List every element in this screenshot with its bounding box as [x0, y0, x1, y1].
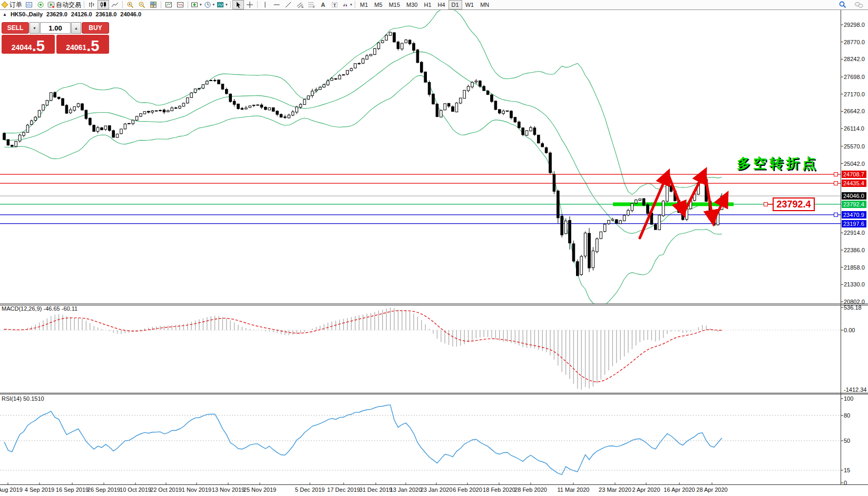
toolbar-separator	[122, 1, 123, 8]
bollinger-bands	[4, 8, 722, 306]
template-icon	[217, 1, 224, 8]
template-dropdown[interactable]: ▾	[226, 3, 228, 7]
macd-label: MACD(12,26,9) -46.65 -60.11	[2, 305, 77, 312]
autotrading-icon	[47, 1, 55, 8]
bollinger-lower-band	[4, 75, 722, 306]
zoom-in-button[interactable]	[124, 0, 136, 9]
timeframe-button-M5[interactable]: M5	[371, 0, 385, 9]
macd-histogram	[4, 307, 722, 390]
cursor-tool-button[interactable]	[232, 0, 244, 9]
svg-text:A: A	[321, 2, 325, 8]
timeframe-button-D1[interactable]: D1	[448, 0, 462, 9]
timeframe-button-M1[interactable]: M1	[357, 0, 371, 9]
pane-borders	[0, 10, 868, 485]
horizontal-line-tool[interactable]	[271, 0, 282, 9]
line-chart-button[interactable]	[109, 0, 121, 9]
sell-price-main: 24044	[12, 44, 32, 54]
search-icon[interactable]	[839, 1, 847, 9]
volume-decrease-button[interactable]: ▼	[30, 22, 40, 34]
text-label-tool[interactable]: T	[329, 0, 340, 9]
turning-point-annotation[interactable]: 多空转折点	[737, 154, 818, 173]
timeframe-button-H4[interactable]: H4	[435, 0, 448, 9]
timeframe-button-H1[interactable]: H1	[421, 0, 434, 9]
autotrading-button[interactable]: 自动交易	[46, 0, 82, 9]
trendline-tool[interactable]	[282, 0, 294, 9]
buy-price-main: 24061	[66, 44, 86, 54]
objects-window-icon	[177, 1, 184, 8]
vertical-line-tool[interactable]	[259, 0, 271, 9]
fibonacci-icon: F	[308, 1, 315, 8]
indicator-window-icon	[165, 1, 172, 8]
candlestick-chart-icon	[100, 1, 107, 8]
charts-window-button[interactable]	[23, 0, 35, 9]
new-order-button[interactable]: 订单	[0, 0, 23, 9]
buy-button[interactable]: BUY	[82, 22, 109, 34]
chat-icon[interactable]	[854, 1, 864, 9]
buy-price-button[interactable]: 24061 .5	[56, 35, 110, 54]
line-chart-icon	[111, 1, 119, 8]
rsi-label: RSI(14) 50.1510	[2, 395, 44, 402]
period-dropdown[interactable]: ▾	[213, 3, 215, 7]
zoom-out-button[interactable]	[136, 0, 148, 9]
svg-text:T: T	[333, 3, 336, 8]
text-tool[interactable]: A	[317, 0, 329, 9]
text-label-icon: T	[331, 1, 338, 8]
bar-chart-button[interactable]	[86, 0, 97, 9]
svg-text:F: F	[313, 5, 315, 8]
new-order-icon	[1, 1, 8, 8]
add-indicator-dropdown[interactable]: ▾	[200, 3, 202, 7]
sell-price-pips: .5	[32, 39, 45, 54]
tile-windows-icon	[150, 1, 157, 8]
timeframe-button-MN[interactable]: MN	[477, 0, 492, 9]
crosshair-icon	[246, 1, 253, 8]
add-indicator-icon	[191, 1, 198, 8]
toolbar: 订单 自动交易	[0, 0, 868, 10]
zoom-in-icon	[126, 1, 134, 8]
signal-icon	[37, 1, 44, 8]
add-indicator-button[interactable]: ▾	[190, 0, 203, 9]
buy-price-pips: .5	[86, 39, 99, 54]
toolbar-separator	[355, 1, 355, 8]
one-click-trading-panel: SELL ▼ 1.00 ▲ BUY 24044 .5 24061 .5	[1, 21, 110, 55]
timeframe-group: M1M5M15M30H1H4D1W1MN	[357, 0, 492, 9]
fibonacci-tool[interactable]: F	[306, 0, 317, 9]
timeframe-button-W1[interactable]: W1	[462, 0, 477, 9]
ohlc-low: 23618.0	[96, 11, 117, 17]
horizontal-line-icon	[273, 1, 280, 8]
window-icon: ▲	[3, 12, 7, 17]
tile-windows-button[interactable]	[148, 0, 159, 9]
volume-input[interactable]: 1.00	[40, 22, 71, 34]
timeframe-button-M15[interactable]: M15	[386, 0, 403, 9]
ohlc-close: 24046.0	[120, 11, 141, 17]
crosshair-tool-button[interactable]	[244, 0, 256, 9]
arrows-dropdown[interactable]: ▾	[350, 3, 353, 7]
clock-icon	[204, 1, 211, 8]
equidistant-channel-icon: E	[296, 1, 304, 8]
bar-chart-icon	[88, 1, 95, 8]
mt-terminal-window: 订单 自动交易	[0, 0, 868, 496]
candlestick-chart-button[interactable]	[97, 0, 109, 9]
objects-window-button[interactable]	[174, 0, 186, 9]
zoom-out-icon	[138, 1, 145, 8]
symbol-name: HK50-,Daily	[11, 11, 43, 17]
toolbar-separator	[188, 1, 188, 8]
equidistant-channel-tool[interactable]: E	[294, 0, 306, 9]
signal-button[interactable]	[35, 0, 46, 9]
price-level-box-annotation[interactable]: 23792.4	[773, 197, 815, 211]
toolbar-separator	[257, 1, 258, 8]
ohlc-high: 24126.0	[71, 11, 92, 17]
toolbar-separator	[161, 1, 161, 8]
text-icon: A	[319, 1, 327, 8]
svg-text:E: E	[301, 5, 304, 8]
period-clock-button[interactable]: ▾	[203, 0, 216, 9]
arrows-tool[interactable]: ▾	[340, 0, 354, 9]
timeframe-button-M30[interactable]: M30	[403, 0, 421, 9]
sell-price-button[interactable]: 24044 .5	[2, 35, 55, 54]
indicator-window-button[interactable]	[163, 0, 174, 9]
toolbar-right-group	[839, 1, 864, 9]
trendline-icon	[285, 1, 292, 8]
toolbar-separator	[84, 1, 84, 8]
volume-increase-button[interactable]: ▲	[71, 22, 81, 34]
template-button[interactable]: ▾	[216, 0, 229, 9]
sell-button[interactable]: SELL	[2, 22, 29, 34]
